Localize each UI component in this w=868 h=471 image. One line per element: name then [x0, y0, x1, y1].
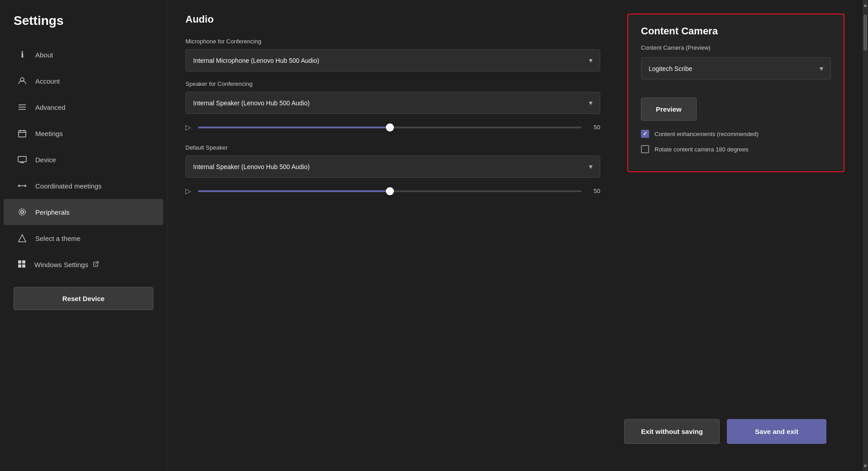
settings-title: Settings: [0, 14, 167, 42]
external-link-icon: [93, 261, 99, 268]
bottom-bar: Exit without saving Save and exit: [185, 405, 844, 457]
sidebar-item-account[interactable]: Account: [4, 68, 163, 94]
sidebar-label-account: Account: [35, 77, 60, 85]
audio-section: Audio Microphone for Conferencing Intern…: [185, 14, 600, 405]
microphone-value: Internal Microphone (Lenovo Hub 500 Audi…: [193, 57, 319, 64]
svg-rect-18: [22, 264, 25, 268]
speaker-volume-slider-row: ▷ 50: [185, 123, 600, 132]
windows-label: Windows Settings: [34, 261, 88, 268]
sidebar-label-about: About: [35, 51, 53, 59]
default-speaker-slider-row: ▷ 50: [185, 187, 600, 195]
exit-without-saving-button[interactable]: Exit without saving: [624, 419, 720, 444]
sidebar-item-about[interactable]: ℹ About: [4, 42, 163, 68]
camera-dropdown-arrow: ▾: [820, 64, 823, 73]
speaker-play-icon[interactable]: ▷: [185, 123, 191, 132]
microphone-dropdown-arrow: ▾: [589, 56, 593, 65]
scrollbar-thumb[interactable]: [863, 14, 867, 51]
enhancement-checkbox-row: ✓ Content enhancements (recommended): [641, 130, 831, 138]
camera-value: Logitech Scribe: [649, 65, 693, 72]
scroll-up-arrow[interactable]: ▲: [861, 0, 868, 10]
enhancement-checkbox[interactable]: ✓: [641, 130, 649, 138]
default-speaker-play-icon[interactable]: ▷: [185, 187, 191, 195]
microphone-dropdown[interactable]: Internal Microphone (Lenovo Hub 500 Audi…: [185, 49, 600, 71]
rotate-label: Rotate content camera 180 degrees: [655, 146, 748, 153]
svg-rect-17: [18, 264, 21, 268]
content-camera-section: Content Camera Content Camera (Preview) …: [627, 14, 844, 172]
scrollbar: ▲ ▼: [863, 0, 868, 471]
sidebar-item-peripherals[interactable]: Peripherals: [4, 199, 163, 225]
audio-title: Audio: [185, 14, 600, 25]
rotate-checkbox-row: Rotate content camera 180 degrees: [641, 145, 831, 153]
theme-icon: [17, 233, 27, 243]
svg-point-12: [21, 211, 24, 213]
default-speaker-dropdown[interactable]: Internal Speaker (Lenovo Hub 500 Audio) …: [185, 155, 600, 178]
meetings-icon: [17, 128, 27, 138]
speaker-volume-thumb[interactable]: [386, 123, 394, 132]
sidebar-item-windows[interactable]: Windows Settings: [4, 251, 163, 278]
default-speaker-label: Default Speaker: [185, 144, 600, 151]
sidebar-label-meetings: Meetings: [35, 130, 63, 137]
main-content: Audio Microphone for Conferencing Intern…: [167, 0, 863, 471]
info-icon: ℹ: [17, 50, 27, 60]
svg-marker-14: [19, 235, 26, 242]
device-icon: [17, 155, 27, 165]
scroll-down-arrow[interactable]: ▼: [861, 461, 868, 471]
default-speaker-thumb[interactable]: [386, 187, 394, 195]
content-columns: Audio Microphone for Conferencing Intern…: [185, 14, 844, 405]
sidebar-item-device[interactable]: Device: [4, 146, 163, 173]
camera-title: Content Camera: [641, 25, 831, 37]
windows-label-group: Windows Settings: [34, 261, 150, 268]
sidebar-item-theme[interactable]: Select a theme: [4, 225, 163, 251]
camera-subtitle: Content Camera (Preview): [641, 44, 831, 51]
speaker-conferencing-value: Internal Speaker (Lenovo Hub 500 Audio): [193, 99, 310, 107]
coordinated-icon: [17, 181, 27, 191]
speaker-volume-value: 50: [589, 124, 600, 131]
default-speaker-value: Internal Speaker (Lenovo Hub 500 Audio): [193, 163, 310, 170]
svg-point-13: [19, 209, 25, 215]
enhancement-label: Content enhancements (recommended): [655, 131, 759, 137]
advanced-icon: [17, 102, 27, 112]
reset-device-button[interactable]: Reset Device: [14, 287, 153, 310]
speaker-conferencing-dropdown[interactable]: Internal Speaker (Lenovo Hub 500 Audio) …: [185, 92, 600, 114]
svg-rect-8: [18, 156, 26, 162]
peripherals-icon: [17, 207, 27, 217]
svg-rect-15: [18, 260, 21, 264]
svg-rect-16: [22, 260, 25, 264]
default-speaker-track[interactable]: [198, 190, 582, 192]
sidebar-item-meetings[interactable]: Meetings: [4, 120, 163, 146]
save-and-exit-button[interactable]: Save and exit: [727, 419, 826, 444]
sidebar-label-coordinated: Coordinated meetings: [35, 182, 102, 190]
microphone-label: Microphone for Conferencing: [185, 38, 600, 45]
default-speaker-volume-value: 50: [589, 188, 600, 194]
svg-rect-4: [19, 131, 26, 137]
speaker-volume-fill: [198, 127, 390, 128]
sidebar-item-advanced[interactable]: Advanced: [4, 94, 163, 120]
speaker-volume-track[interactable]: [198, 127, 582, 128]
sidebar: Settings ℹ About Account Advanced: [0, 0, 167, 471]
speaker-conferencing-arrow: ▾: [589, 99, 593, 107]
enhancement-checkmark: ✓: [643, 131, 647, 137]
sidebar-label-peripherals: Peripherals: [35, 208, 70, 216]
account-icon: [17, 76, 27, 86]
rotate-checkbox[interactable]: [641, 145, 649, 153]
sidebar-label-device: Device: [35, 156, 56, 164]
default-speaker-fill: [198, 190, 390, 192]
default-speaker-arrow: ▾: [589, 162, 593, 171]
sidebar-item-coordinated[interactable]: Coordinated meetings: [4, 173, 163, 199]
windows-icon: [17, 259, 26, 270]
camera-dropdown[interactable]: Logitech Scribe ▾: [641, 57, 831, 80]
preview-button[interactable]: Preview: [641, 98, 697, 121]
sidebar-label-theme: Select a theme: [35, 235, 81, 242]
speaker-conferencing-label: Speaker for Conferencing: [185, 80, 600, 87]
sidebar-label-advanced: Advanced: [35, 104, 66, 111]
